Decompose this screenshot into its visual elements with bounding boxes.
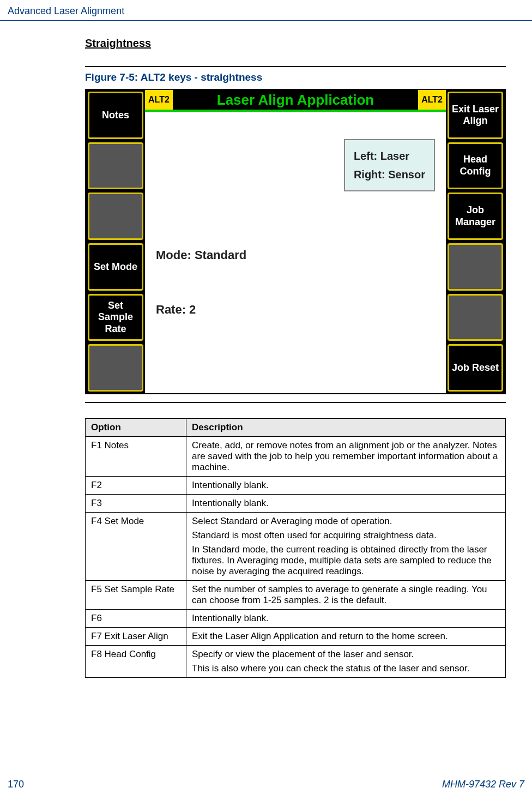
- info-box: Left: Laser Right: Sensor: [344, 139, 435, 191]
- desc-paragraph: Create, add, or remove notes from an ali…: [192, 440, 500, 473]
- desc-paragraph: Intentionally blank.: [192, 480, 500, 491]
- key-f6-blank[interactable]: [88, 344, 143, 392]
- th-option: Option: [86, 419, 186, 437]
- content-area: Straightness Figure 7-5: ALT2 keys - str…: [0, 37, 532, 678]
- desc-paragraph: Standard is most often used for acquirin…: [192, 530, 500, 541]
- key-f4-set-mode[interactable]: Set Mode: [88, 243, 143, 291]
- cell-description: Intentionally blank.: [186, 610, 506, 628]
- key-f3-blank[interactable]: [88, 193, 143, 240]
- doc-id: MHM-97432 Rev 7: [442, 779, 524, 790]
- mode-line: Mode: Standard: [156, 248, 246, 262]
- table-row: F3Intentionally blank.: [86, 495, 506, 513]
- screen-title: Laser Align Application: [173, 90, 418, 110]
- info-left-line: Left: Laser: [354, 147, 425, 165]
- cell-description: Select Standard or Averaging mode of ope…: [186, 513, 506, 581]
- key-f5-set-sample-rate[interactable]: Set Sample Rate: [88, 294, 143, 341]
- key-f8-head-config[interactable]: Head Config: [448, 142, 503, 190]
- key-f12-job-reset[interactable]: Job Reset: [448, 344, 503, 392]
- cell-description: Exit the Laser Align Application and ret…: [186, 628, 506, 646]
- key-f2-blank[interactable]: [88, 142, 143, 190]
- table-row: F2Intentionally blank.: [86, 477, 506, 495]
- figure-rule-top: [85, 66, 506, 67]
- page-number: 170: [8, 779, 24, 790]
- rate-line: Rate: 2: [156, 303, 196, 317]
- cell-option: F8 Head Config: [86, 646, 186, 678]
- alt2-badge-right: ALT2: [418, 90, 446, 110]
- table-row: F5 Set Sample RateSet the number of samp…: [86, 581, 506, 610]
- cell-option: F3: [86, 495, 186, 513]
- page-footer: 170 MHM-97432 Rev 7: [0, 779, 532, 790]
- desc-paragraph: Exit the Laser Align Application and ret…: [192, 631, 500, 642]
- key-f11-blank[interactable]: [448, 294, 503, 341]
- cell-option: F5 Set Sample Rate: [86, 581, 186, 610]
- device-screenshot: Notes Set Mode Set Sample Rate ALT2 Lase…: [85, 89, 506, 394]
- desc-paragraph: This is also where you can check the sta…: [192, 663, 500, 674]
- table-row: F7 Exit Laser AlignExit the Laser Align …: [86, 628, 506, 646]
- desc-paragraph: Set the number of samples to average to …: [192, 584, 500, 606]
- cell-option: F4 Set Mode: [86, 513, 186, 581]
- cell-description: Specify or view the placement of the las…: [186, 646, 506, 678]
- options-table-body: F1 NotesCreate, add, or remove notes fro…: [86, 437, 506, 678]
- options-table: Option Description F1 NotesCreate, add, …: [85, 418, 506, 678]
- cell-option: F7 Exit Laser Align: [86, 628, 186, 646]
- cell-option: F6: [86, 610, 186, 628]
- table-row: F1 NotesCreate, add, or remove notes fro…: [86, 437, 506, 477]
- left-key-column: Notes Set Mode Set Sample Rate: [86, 90, 145, 393]
- desc-paragraph: In Standard mode, the current reading is…: [192, 544, 500, 577]
- cell-option: F2: [86, 477, 186, 495]
- desc-paragraph: Specify or view the placement of the las…: [192, 649, 500, 660]
- th-description: Description: [186, 419, 506, 437]
- cell-option: F1 Notes: [86, 437, 186, 477]
- page-header: Advanced Laser Alignment: [0, 0, 532, 20]
- key-f10-blank[interactable]: [448, 243, 503, 291]
- right-key-column: Exit Laser Align Head Config Job Manager…: [446, 90, 505, 393]
- cell-description: Intentionally blank.: [186, 477, 506, 495]
- desc-paragraph: Intentionally blank.: [192, 613, 500, 624]
- info-right-line: Right: Sensor: [354, 165, 425, 184]
- table-row: F4 Set ModeSelect Standard or Averaging …: [86, 513, 506, 581]
- cell-description: Intentionally blank.: [186, 495, 506, 513]
- header-rule: [0, 20, 532, 21]
- screen-body: Left: Laser Right: Sensor Mode: Standard…: [145, 112, 446, 393]
- key-f9-job-manager[interactable]: Job Manager: [448, 193, 503, 240]
- key-f7-exit-laser-align[interactable]: Exit Laser Align: [448, 92, 503, 139]
- figure-rule-bottom: [85, 402, 506, 403]
- figure-caption: Figure 7-5: ALT2 keys - straightness: [85, 71, 506, 83]
- device-screen: ALT2 Laser Align Application ALT2 Left: …: [145, 90, 446, 393]
- desc-paragraph: Intentionally blank.: [192, 498, 500, 509]
- desc-paragraph: Select Standard or Averaging mode of ope…: [192, 516, 500, 527]
- section-subheading: Straightness: [85, 37, 506, 50]
- key-f1-notes[interactable]: Notes: [88, 92, 143, 139]
- table-row: F6Intentionally blank.: [86, 610, 506, 628]
- alt2-badge-left: ALT2: [145, 90, 173, 110]
- table-row: F8 Head ConfigSpecify or view the placem…: [86, 646, 506, 678]
- screen-title-row: ALT2 Laser Align Application ALT2: [145, 90, 446, 112]
- cell-description: Set the number of samples to average to …: [186, 581, 506, 610]
- cell-description: Create, add, or remove notes from an ali…: [186, 437, 506, 477]
